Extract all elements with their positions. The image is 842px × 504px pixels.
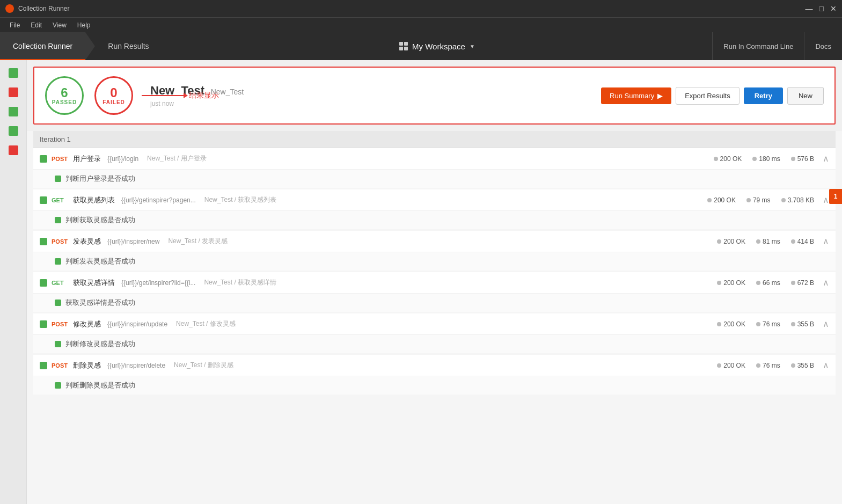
retry-button[interactable]: Retry: [744, 87, 783, 104]
test-row-3-1: 判断发表灵感是否成功: [33, 252, 836, 271]
expand-icon-2[interactable]: ∧: [823, 195, 829, 205]
test-indicator-2-1: [55, 217, 61, 223]
req-size-1: 576 B: [791, 155, 814, 163]
req-collection-3: New_Test / 发表灵感: [168, 237, 228, 246]
sidebar-item-3[interactable]: [5, 103, 22, 120]
test-row-6-1: 判断删除灵感是否成功: [33, 376, 836, 395]
status-dot-4: [717, 281, 721, 285]
req-size-4: 672 B: [791, 279, 814, 287]
menu-bar: File Edit View Help: [0, 17, 842, 32]
window-controls: — □ ✕: [806, 4, 837, 13]
request-row-2[interactable]: GET 获取灵感列表 {{url}}/getinspirer?pagen... …: [33, 189, 836, 211]
nav-bar: Collection Runner Run Results My Workspa…: [0, 32, 842, 60]
method-badge-5: POST: [52, 321, 69, 327]
req-status-4: 200 OK: [717, 279, 745, 287]
sidebar-indicator-red-1: [9, 87, 18, 97]
expand-icon-3[interactable]: ∧: [823, 236, 829, 246]
test-name-6-1: 判断删除灵感是否成功: [65, 381, 135, 390]
req-status-5: 200 OK: [717, 320, 745, 328]
expand-icon-5[interactable]: ∧: [823, 319, 829, 329]
method-badge-2: GET: [52, 197, 69, 203]
scroll-badge[interactable]: 1: [829, 189, 842, 204]
req-url-5: {{url}}/inspirer/update: [107, 320, 167, 328]
maximize-button[interactable]: □: [819, 4, 824, 13]
req-time-4: 66 ms: [756, 279, 780, 287]
test-indicator-6-1: [55, 382, 61, 389]
tab-collection-runner[interactable]: Collection Runner: [0, 32, 85, 60]
test-name-3-1: 判断发表灵感是否成功: [65, 257, 135, 266]
req-collection-6: New_Test / 删除灵感: [174, 361, 233, 370]
req-status-1: 200 OK: [714, 155, 742, 163]
passed-count: 6: [61, 86, 68, 99]
request-row-5[interactable]: POST 修改灵感 {{url}}/inspirer/update New_Te…: [33, 313, 836, 335]
workspace-icon: [399, 42, 408, 50]
req-indicator-5: [40, 320, 47, 328]
request-row-6[interactable]: POST 删除灵感 {{url}}/inspirer/delete New_Te…: [33, 355, 836, 376]
time-dot-6: [756, 363, 760, 368]
menu-file[interactable]: File: [4, 19, 25, 31]
req-indicator-2: [40, 196, 47, 204]
run-in-command-line-button[interactable]: Run In Command Line: [712, 32, 804, 60]
expand-icon-6[interactable]: ∧: [823, 360, 829, 370]
req-name-3: 发表灵感: [73, 237, 101, 246]
size-dot-1: [791, 157, 795, 161]
export-results-button[interactable]: Export Results: [676, 87, 740, 105]
req-time-3: 81 ms: [756, 238, 780, 245]
test-name-2-1: 判断获取灵感是否成功: [65, 215, 135, 225]
run-summary-button[interactable]: Run Summary ▶: [601, 87, 671, 104]
workspace-chevron-icon[interactable]: ▼: [470, 43, 475, 49]
menu-view[interactable]: View: [47, 19, 72, 31]
title-bar: Collection Runner — □ ✕: [0, 0, 842, 17]
sidebar-item-1[interactable]: [5, 64, 22, 82]
results-panel: 6 PASSED 0 FAILED New_Test New_Test just…: [27, 60, 842, 504]
sidebar-item-4[interactable]: [5, 122, 22, 140]
test-row-2-1: 判断获取灵感是否成功: [33, 211, 836, 230]
new-button[interactable]: New: [787, 87, 824, 105]
menu-edit[interactable]: Edit: [25, 19, 47, 31]
time-dot-2: [746, 198, 751, 202]
test-row-4-1: 获取灵感详情是否成功: [33, 294, 836, 312]
req-indicator-1: [40, 155, 47, 163]
docs-button[interactable]: Docs: [804, 32, 842, 60]
time-dot-3: [756, 239, 760, 244]
request-row-3[interactable]: POST 发表灵感 {{url}}/inspirer/new New_Test …: [33, 231, 836, 252]
req-status-2: 200 OK: [707, 196, 736, 204]
req-name-5: 修改灵感: [73, 319, 101, 329]
size-dot-4: [791, 281, 795, 285]
req-status-3: 200 OK: [717, 238, 745, 245]
req-name-2: 获取灵感列表: [73, 195, 115, 205]
req-name-6: 删除灵感: [73, 361, 101, 370]
req-size-3: 414 B: [791, 238, 814, 245]
req-url-3: {{url}}/inspirer/new: [107, 238, 159, 245]
req-name-1: 用户登录: [73, 154, 101, 164]
request-row-4[interactable]: GET 获取灵感详情 {{url}}/get/inspirer?iid={{i.…: [33, 272, 836, 294]
sidebar-item-2[interactable]: [5, 84, 22, 101]
expand-icon-1[interactable]: ∧: [823, 154, 829, 164]
result-annotation: 结果显示: [142, 91, 219, 100]
req-collection-2: New_Test / 获取灵感列表: [204, 195, 277, 204]
request-row-1[interactable]: POST 用户登录 {{url}}/login New_Test / 用户登录 …: [33, 148, 836, 170]
size-dot-2: [781, 198, 786, 202]
time-dot-5: [756, 322, 760, 326]
annotation-text: 结果显示: [189, 91, 219, 100]
menu-help[interactable]: Help: [72, 19, 96, 31]
close-button[interactable]: ✕: [830, 4, 837, 13]
expand-icon-4[interactable]: ∧: [823, 277, 829, 288]
workspace-name[interactable]: My Workspace: [412, 42, 465, 51]
req-url-4: {{url}}/get/inspirer?iid={{i...: [121, 279, 195, 287]
test-indicator-4-1: [55, 300, 61, 306]
req-url-1: {{url}}/login: [107, 155, 138, 163]
method-badge-4: GET: [52, 280, 69, 286]
request-group-5: POST 修改灵感 {{url}}/inspirer/update New_Te…: [33, 313, 836, 354]
sidebar-item-5[interactable]: [5, 142, 22, 159]
tab-run-results[interactable]: Run Results: [95, 32, 162, 60]
sidebar-indicator-red-2: [9, 145, 18, 155]
nav-center: My Workspace ▼: [162, 42, 713, 51]
req-size-6: 355 B: [791, 362, 814, 369]
request-group-3: POST 发表灵感 {{url}}/inspirer/new New_Test …: [33, 231, 836, 271]
status-dot-2: [707, 198, 712, 202]
minimize-button[interactable]: —: [806, 4, 813, 13]
app-icon: [5, 4, 14, 13]
app-title: Collection Runner: [18, 5, 806, 12]
sidebar: [0, 60, 27, 504]
